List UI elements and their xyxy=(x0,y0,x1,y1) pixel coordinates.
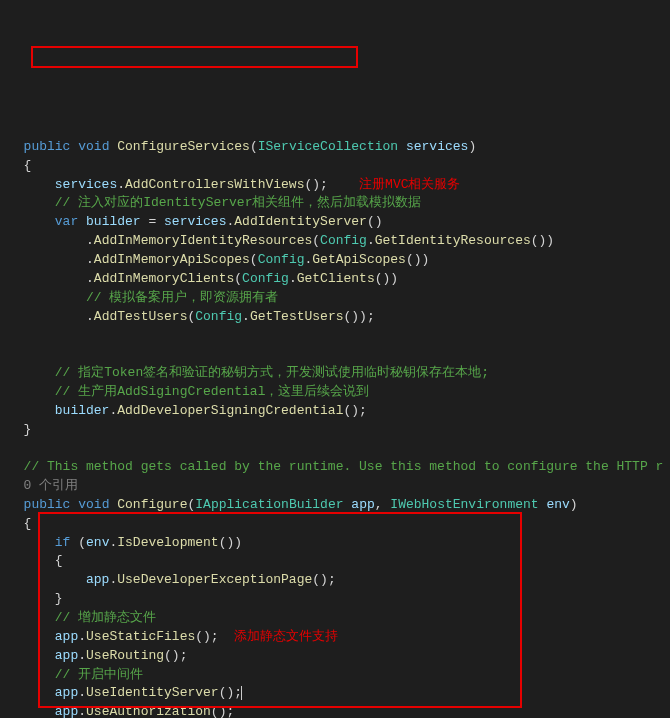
param: app xyxy=(351,497,374,512)
brace: { xyxy=(55,553,63,568)
comment: // 注入对应的IdentityServer相关组件，然后加载模拟数据 xyxy=(55,195,422,210)
method: GetIdentityResources xyxy=(375,233,531,248)
kw: void xyxy=(78,497,109,512)
method: AddInMemoryIdentityResources xyxy=(94,233,312,248)
method: AddInMemoryClients xyxy=(94,271,234,286)
method: UseDeveloperExceptionPage xyxy=(117,572,312,587)
method: AddIdentityServer xyxy=(234,214,367,229)
param: services xyxy=(406,139,468,154)
kw: void xyxy=(78,139,109,154)
kw: public xyxy=(24,139,71,154)
comment: // 指定Token签名和验证的秘钥方式，开发测试使用临时秘钥保存在本地; xyxy=(55,365,489,380)
brace: { xyxy=(24,516,32,531)
param: env xyxy=(546,497,569,512)
type: Config xyxy=(258,252,305,267)
obj: env xyxy=(86,535,109,550)
method: AddDeveloperSigningCredential xyxy=(117,403,343,418)
type: Config xyxy=(242,271,289,286)
method: ConfigureServices xyxy=(117,139,250,154)
method: IsDevelopment xyxy=(117,535,218,550)
method: UseStaticFiles xyxy=(86,629,195,644)
method: Configure xyxy=(117,497,187,512)
type: Config xyxy=(195,309,242,324)
comment: // 增加静态文件 xyxy=(55,610,156,625)
type: IServiceCollection xyxy=(258,139,398,154)
method: UseAuthorization xyxy=(86,704,211,718)
method: AddInMemoryApiScopes xyxy=(94,252,250,267)
brace: { xyxy=(24,158,32,173)
comment: // 生产用AddSigingCredential，这里后续会说到 xyxy=(55,384,370,399)
codelens: 0 个引用 xyxy=(24,478,79,493)
obj: app xyxy=(55,704,78,718)
method: UseRouting xyxy=(86,648,164,663)
kw: var xyxy=(55,214,78,229)
kw: if xyxy=(55,535,71,550)
method: AddControllersWithViews xyxy=(125,177,304,192)
obj: builder xyxy=(55,403,110,418)
method: GetApiScopes xyxy=(312,252,406,267)
cursor-icon xyxy=(241,686,242,700)
obj: app xyxy=(55,685,78,700)
method: UseIdentityServer xyxy=(86,685,219,700)
method: GetClients xyxy=(297,271,375,286)
label-register-mvc: 注册MVC相关服务 xyxy=(359,177,460,192)
type: Config xyxy=(320,233,367,248)
brace: } xyxy=(55,591,63,606)
obj: services xyxy=(55,177,117,192)
method: AddTestUsers xyxy=(94,309,188,324)
var: builder xyxy=(86,214,141,229)
obj: app xyxy=(86,572,109,587)
code: public void ConfigureServices(IServiceCo… xyxy=(8,138,670,718)
comment: // This method gets called by the runtim… xyxy=(24,459,664,474)
type: IApplicationBuilder xyxy=(195,497,343,512)
brace: } xyxy=(24,422,32,437)
kw: public xyxy=(24,497,71,512)
comment: // 开启中间件 xyxy=(55,667,143,682)
highlight-box-1 xyxy=(31,46,358,68)
obj: services xyxy=(164,214,226,229)
method: GetTestUsers xyxy=(250,309,344,324)
label-static-files: 添加静态文件支持 xyxy=(234,629,338,644)
obj: app xyxy=(55,648,78,663)
obj: app xyxy=(55,629,78,644)
comment: // 模拟备案用户，即资源拥有者 xyxy=(86,290,278,305)
type: IWebHostEnvironment xyxy=(390,497,538,512)
